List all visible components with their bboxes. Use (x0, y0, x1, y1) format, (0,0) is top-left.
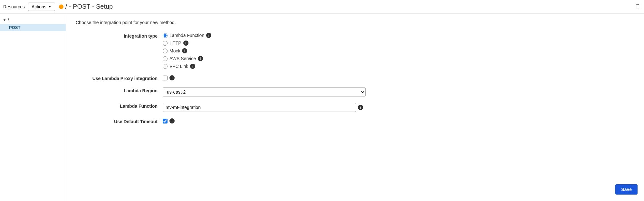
main-layout: ▼ / POST Choose the integration point fo… (0, 14, 644, 201)
actions-button[interactable]: Actions ▼ (28, 3, 55, 11)
radio-aws-label: AWS Service (169, 56, 196, 61)
sidebar-root-label: / (8, 17, 9, 23)
radio-http-input[interactable] (163, 41, 168, 46)
integration-type-row: Integration type Lambda Function i HTTP … (76, 33, 366, 69)
vpc-info-icon[interactable]: i (190, 64, 195, 69)
lambda-proxy-checkbox-row: i (163, 75, 366, 80)
sidebar-item-post[interactable]: POST (0, 24, 66, 31)
lambda-proxy-label: Use Lambda Proxy integration (76, 75, 163, 81)
lambda-function-control: i (163, 103, 366, 112)
radio-aws[interactable]: AWS Service i (163, 56, 366, 61)
form-section: Integration type Lambda Function i HTTP … (76, 33, 366, 124)
status-dot-icon (59, 5, 63, 9)
lambda-proxy-row: Use Lambda Proxy integration i (76, 75, 366, 81)
save-button[interactable]: Save (615, 184, 638, 195)
aws-info-icon[interactable]: i (198, 56, 203, 61)
radio-mock[interactable]: Mock i (163, 48, 366, 53)
sidebar: ▼ / POST (0, 14, 66, 201)
lambda-region-control: us-east-2 (163, 87, 366, 96)
content-area: Choose the integration point for your ne… (66, 14, 644, 201)
lambda-region-label: Lambda Region (76, 87, 163, 93)
radio-vpc-input[interactable] (163, 64, 168, 69)
radio-lambda-label: Lambda Function (169, 33, 204, 38)
default-timeout-info-icon[interactable]: i (169, 118, 175, 123)
clipboard-icon: 🗒 (635, 3, 641, 10)
radio-mock-input[interactable] (163, 49, 168, 53)
default-timeout-checkbox-row: i (163, 118, 366, 123)
mock-info-icon[interactable]: i (182, 48, 187, 53)
chevron-down-icon: ▼ (48, 5, 52, 8)
default-timeout-label: Use Default Timeout (76, 118, 163, 124)
radio-vpc-label: VPC Link (169, 64, 188, 69)
lambda-function-input[interactable] (163, 103, 356, 112)
sidebar-item-root[interactable]: ▼ / (0, 16, 66, 24)
lambda-info-icon[interactable]: i (206, 33, 211, 38)
radio-vpc[interactable]: VPC Link i (163, 64, 366, 69)
sidebar-post-label: POST (9, 25, 20, 30)
resources-label: Resources (3, 4, 25, 9)
lambda-proxy-info-icon[interactable]: i (169, 75, 175, 80)
default-timeout-control: i (163, 118, 366, 123)
default-timeout-checkbox[interactable] (163, 119, 168, 123)
default-timeout-row: Use Default Timeout i (76, 118, 366, 124)
integration-type-label: Integration type (76, 33, 163, 39)
radio-aws-input[interactable] (163, 56, 168, 61)
radio-mock-label: Mock (169, 48, 180, 53)
radio-lambda[interactable]: Lambda Function i (163, 33, 366, 38)
integration-type-options: Lambda Function i HTTP i Mock i (163, 33, 366, 69)
arrow-icon: ▼ (3, 18, 6, 22)
lambda-input-wrap: i (163, 103, 366, 112)
intro-text: Choose the integration point for your ne… (76, 20, 634, 25)
lambda-function-info-icon[interactable]: i (358, 105, 363, 110)
lambda-proxy-checkbox[interactable] (163, 76, 168, 80)
lambda-function-row: Lambda Function i (76, 103, 366, 112)
radio-http-label: HTTP (169, 41, 181, 46)
http-info-icon[interactable]: i (183, 41, 188, 46)
actions-label: Actions (32, 4, 46, 9)
page-title: / - POST - Setup (65, 3, 113, 10)
lambda-proxy-control: i (163, 75, 366, 80)
lambda-region-select[interactable]: us-east-2 (163, 87, 366, 96)
radio-lambda-input[interactable] (163, 33, 168, 38)
radio-http[interactable]: HTTP i (163, 41, 366, 46)
lambda-function-label: Lambda Function (76, 103, 163, 109)
lambda-region-row: Lambda Region us-east-2 (76, 87, 366, 96)
top-bar: Resources Actions ▼ / - POST - Setup 🗒 (0, 0, 644, 14)
